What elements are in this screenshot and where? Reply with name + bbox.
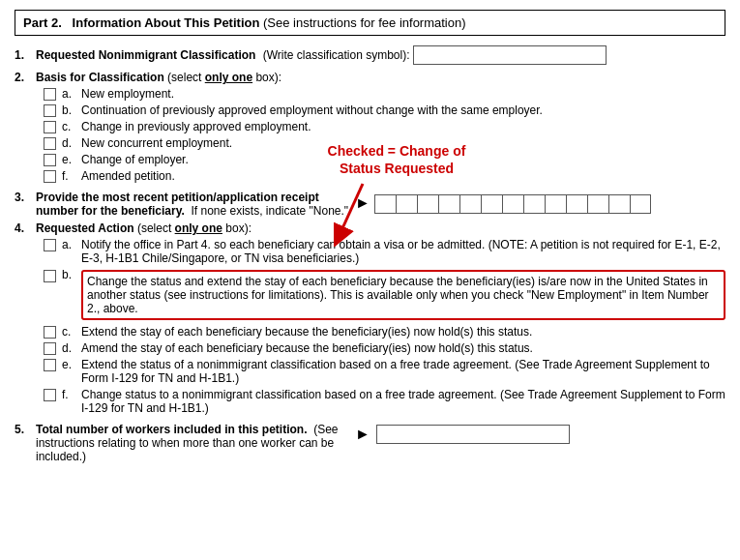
receipt-box-13[interactable] [630,194,651,214]
section-4-item-d: d. Amend the stay of each beneficiary be… [44,341,725,355]
receipt-box-2[interactable] [396,194,417,214]
checkbox-2f[interactable] [44,170,56,183]
section-4-item-d-text: Amend the stay of each beneficiary becau… [81,341,725,355]
section-4-item-b-text: Change the status and extend the stay of… [81,270,725,320]
section-2-item-c: c. Change in previously approved employm… [44,120,725,133]
part-number: Part 2. [23,15,62,30]
section-2-num: 2. [15,71,32,84]
section-4-header: 4. Requested Action (select only one box… [15,221,725,235]
section-3-input-area: ► [355,191,725,214]
section-2-item-a: a. New employment. [44,87,725,101]
part-header: Part 2. Information About This Petition … [15,10,725,36]
section-1-label: Requested Nonimmigrant Classification [36,48,255,62]
section-4-item-a: a. Notify the office in Part 4. so each … [44,238,725,265]
receipt-box-11[interactable] [587,194,608,214]
workers-count-input[interactable] [376,425,570,444]
section-4-label: Requested Action (select only one box): [36,221,725,235]
checkbox-4d[interactable] [44,342,56,355]
receipt-box-12[interactable] [608,194,630,214]
section-2-item-b-text: Continuation of previously approved empl… [81,103,725,117]
checkbox-2e[interactable] [44,154,56,166]
receipt-box-6[interactable] [481,194,502,214]
section-4-item-c: c. Extend the stay of each beneficiary b… [44,325,725,339]
section-5-text: Total number of workers included in this… [36,423,355,463]
section-2-item-e: e. Change of employer. [44,153,725,166]
receipt-box-9[interactable] [545,194,566,214]
section-2-header: 2. Basis for Classification (select only… [15,71,725,84]
arrow-right-icon: ► [355,194,370,212]
checkbox-2a[interactable] [44,88,56,101]
section-2-item-d-text: New concurrent employment. [81,136,725,150]
section-4-item-f: f. Change status to a nonimmigrant class… [44,388,725,415]
part-subtitle: (See instructions for fee information) [263,15,466,30]
arrow-right-icon-5: ► [355,426,370,443]
checkbox-4b[interactable] [44,270,56,282]
section-4: 4. Requested Action (select only one box… [15,221,725,415]
checkbox-4e[interactable] [44,359,56,371]
section-2: 2. Basis for Classification (select only… [15,71,725,183]
section-5-input-area: ► [355,423,725,444]
section-4-item-e: e. Extend the status of a nonimmigrant c… [44,358,725,385]
section-2-item-c-text: Change in previously approved employment… [81,120,725,133]
part-title: Information About This Petition [73,15,260,30]
section-2-label: Basis for Classification (select only on… [36,71,725,84]
section-3-num: 3. [15,191,32,204]
section-4-item-a-text: Notify the office in Part 4. so each ben… [81,238,725,265]
classification-input[interactable] [413,45,607,65]
checkbox-2b[interactable] [44,104,56,117]
section-4-item-b: b. Change the status and extend the stay… [44,268,725,322]
section-1-num: 1. [15,48,32,62]
checkbox-4c[interactable] [44,326,56,339]
section-2-item-b: b. Continuation of previously approved e… [44,103,725,117]
section-3: 3. Provide the most recent petition/appl… [15,191,725,218]
section-2-item-e-text: Change of employer. [81,153,725,166]
checkbox-2c[interactable] [44,121,56,133]
receipt-box-3[interactable] [417,194,438,214]
section-2-item-f-text: Amended petition. [81,169,725,183]
receipt-box-5[interactable] [459,194,481,214]
section-2-item-f: f. Amended petition. [44,169,725,183]
receipt-box-10[interactable] [566,194,587,214]
section-4-num: 4. [15,221,32,235]
section-5: 5. Total number of workers included in t… [15,423,725,463]
checkbox-4a[interactable] [44,239,56,251]
section-2-item-a-text: New employment. [81,87,725,101]
section-2-item-d: d. New concurrent employment. [44,136,725,150]
receipt-box-1[interactable] [374,194,396,214]
receipt-box-4[interactable] [438,194,459,214]
section-1: 1. Requested Nonimmigrant Classification… [15,45,725,65]
section-4-item-e-text: Extend the status of a nonimmigrant clas… [81,358,725,385]
section-4-item-f-text: Change status to a nonimmigrant classifi… [81,388,725,415]
section-5-num: 5. [15,423,32,436]
receipt-number-boxes[interactable] [374,194,651,214]
receipt-box-8[interactable] [523,194,545,214]
checkbox-2d[interactable] [44,137,56,150]
section-2-item-e-wrapper: e. Change of employer. Checked = Change … [15,153,725,166]
section-4-item-c-text: Extend the stay of each beneficiary beca… [81,325,725,339]
receipt-box-7[interactable] [502,194,523,214]
section-1-sublabel: (Write classification symbol): [263,48,410,62]
section-3-text: Provide the most recent petition/applica… [36,191,355,218]
form-page: Part 2. Information About This Petition … [0,0,740,473]
checkbox-4f[interactable] [44,389,56,401]
